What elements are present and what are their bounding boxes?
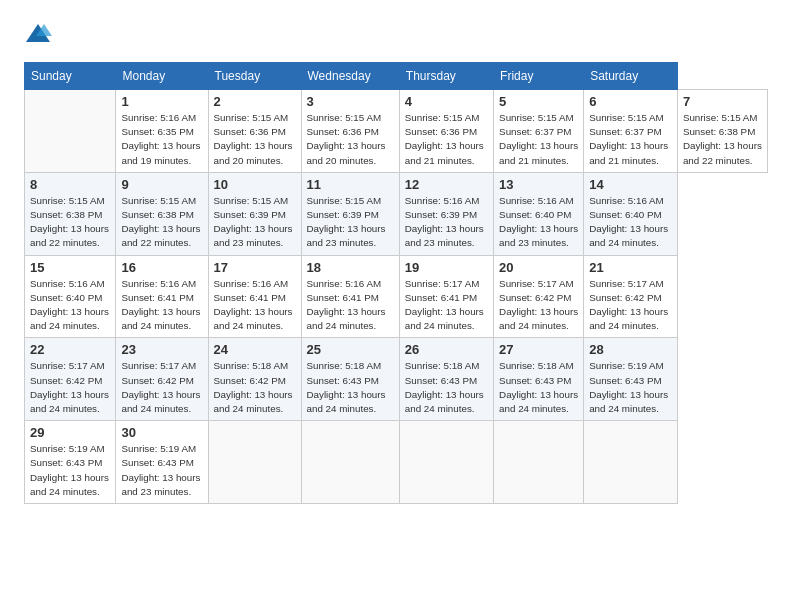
day-number: 17 [214,260,296,275]
day-info: Sunrise: 5:16 AMSunset: 6:41 PMDaylight:… [307,277,394,334]
day-number: 20 [499,260,578,275]
day-number: 28 [589,342,672,357]
day-number: 5 [499,94,578,109]
day-number: 24 [214,342,296,357]
day-info: Sunrise: 5:15 AMSunset: 6:39 PMDaylight:… [214,194,296,251]
day-cell: 16Sunrise: 5:16 AMSunset: 6:41 PMDayligh… [116,255,208,338]
day-cell: 20Sunrise: 5:17 AMSunset: 6:42 PMDayligh… [494,255,584,338]
day-cell [301,421,399,504]
weekday-monday: Monday [116,63,208,90]
day-number: 1 [121,94,202,109]
day-number: 29 [30,425,110,440]
day-info: Sunrise: 5:19 AMSunset: 6:43 PMDaylight:… [121,442,202,499]
day-number: 4 [405,94,488,109]
day-cell: 25Sunrise: 5:18 AMSunset: 6:43 PMDayligh… [301,338,399,421]
day-info: Sunrise: 5:16 AMSunset: 6:41 PMDaylight:… [214,277,296,334]
day-info: Sunrise: 5:17 AMSunset: 6:42 PMDaylight:… [121,359,202,416]
weekday-friday: Friday [494,63,584,90]
day-cell: 14Sunrise: 5:16 AMSunset: 6:40 PMDayligh… [584,172,678,255]
day-number: 26 [405,342,488,357]
day-info: Sunrise: 5:19 AMSunset: 6:43 PMDaylight:… [30,442,110,499]
day-cell: 13Sunrise: 5:16 AMSunset: 6:40 PMDayligh… [494,172,584,255]
day-info: Sunrise: 5:16 AMSunset: 6:35 PMDaylight:… [121,111,202,168]
day-info: Sunrise: 5:19 AMSunset: 6:43 PMDaylight:… [589,359,672,416]
day-cell: 9Sunrise: 5:15 AMSunset: 6:38 PMDaylight… [116,172,208,255]
day-cell: 1Sunrise: 5:16 AMSunset: 6:35 PMDaylight… [116,90,208,173]
day-cell: 2Sunrise: 5:15 AMSunset: 6:36 PMDaylight… [208,90,301,173]
day-cell [208,421,301,504]
day-cell [399,421,493,504]
day-cell: 7Sunrise: 5:15 AMSunset: 6:38 PMDaylight… [677,90,767,173]
weekday-header: SundayMondayTuesdayWednesdayThursdayFrid… [25,63,768,90]
day-info: Sunrise: 5:16 AMSunset: 6:41 PMDaylight:… [121,277,202,334]
day-number: 15 [30,260,110,275]
day-info: Sunrise: 5:16 AMSunset: 6:40 PMDaylight:… [30,277,110,334]
day-cell: 11Sunrise: 5:15 AMSunset: 6:39 PMDayligh… [301,172,399,255]
day-info: Sunrise: 5:15 AMSunset: 6:38 PMDaylight:… [121,194,202,251]
day-cell: 10Sunrise: 5:15 AMSunset: 6:39 PMDayligh… [208,172,301,255]
day-cell: 30Sunrise: 5:19 AMSunset: 6:43 PMDayligh… [116,421,208,504]
day-info: Sunrise: 5:17 AMSunset: 6:42 PMDaylight:… [589,277,672,334]
day-cell: 24Sunrise: 5:18 AMSunset: 6:42 PMDayligh… [208,338,301,421]
day-cell: 6Sunrise: 5:15 AMSunset: 6:37 PMDaylight… [584,90,678,173]
day-number: 6 [589,94,672,109]
week-row-1: 1Sunrise: 5:16 AMSunset: 6:35 PMDaylight… [25,90,768,173]
week-row-4: 22Sunrise: 5:17 AMSunset: 6:42 PMDayligh… [25,338,768,421]
day-info: Sunrise: 5:16 AMSunset: 6:40 PMDaylight:… [589,194,672,251]
day-number: 23 [121,342,202,357]
weekday-wednesday: Wednesday [301,63,399,90]
day-info: Sunrise: 5:18 AMSunset: 6:43 PMDaylight:… [307,359,394,416]
day-info: Sunrise: 5:17 AMSunset: 6:42 PMDaylight:… [30,359,110,416]
day-cell: 23Sunrise: 5:17 AMSunset: 6:42 PMDayligh… [116,338,208,421]
logo-icon [24,20,52,48]
day-number: 11 [307,177,394,192]
day-cell: 19Sunrise: 5:17 AMSunset: 6:41 PMDayligh… [399,255,493,338]
day-info: Sunrise: 5:15 AMSunset: 6:36 PMDaylight:… [405,111,488,168]
day-number: 13 [499,177,578,192]
day-info: Sunrise: 5:15 AMSunset: 6:39 PMDaylight:… [307,194,394,251]
weekday-saturday: Saturday [584,63,678,90]
day-cell: 4Sunrise: 5:15 AMSunset: 6:36 PMDaylight… [399,90,493,173]
day-info: Sunrise: 5:18 AMSunset: 6:43 PMDaylight:… [499,359,578,416]
header-area [24,20,768,48]
logo [24,20,56,48]
week-row-2: 8Sunrise: 5:15 AMSunset: 6:38 PMDaylight… [25,172,768,255]
day-cell: 21Sunrise: 5:17 AMSunset: 6:42 PMDayligh… [584,255,678,338]
day-number: 19 [405,260,488,275]
weekday-thursday: Thursday [399,63,493,90]
day-cell: 18Sunrise: 5:16 AMSunset: 6:41 PMDayligh… [301,255,399,338]
day-cell: 3Sunrise: 5:15 AMSunset: 6:36 PMDaylight… [301,90,399,173]
day-number: 12 [405,177,488,192]
week-row-3: 15Sunrise: 5:16 AMSunset: 6:40 PMDayligh… [25,255,768,338]
day-info: Sunrise: 5:16 AMSunset: 6:40 PMDaylight:… [499,194,578,251]
day-cell [494,421,584,504]
day-info: Sunrise: 5:15 AMSunset: 6:36 PMDaylight:… [214,111,296,168]
day-number: 14 [589,177,672,192]
day-info: Sunrise: 5:16 AMSunset: 6:39 PMDaylight:… [405,194,488,251]
day-info: Sunrise: 5:18 AMSunset: 6:42 PMDaylight:… [214,359,296,416]
day-info: Sunrise: 5:15 AMSunset: 6:36 PMDaylight:… [307,111,394,168]
day-cell [25,90,116,173]
week-row-5: 29Sunrise: 5:19 AMSunset: 6:43 PMDayligh… [25,421,768,504]
day-number: 3 [307,94,394,109]
day-cell: 12Sunrise: 5:16 AMSunset: 6:39 PMDayligh… [399,172,493,255]
day-info: Sunrise: 5:17 AMSunset: 6:41 PMDaylight:… [405,277,488,334]
day-cell: 17Sunrise: 5:16 AMSunset: 6:41 PMDayligh… [208,255,301,338]
day-cell [584,421,678,504]
day-number: 16 [121,260,202,275]
weekday-tuesday: Tuesday [208,63,301,90]
day-number: 30 [121,425,202,440]
day-number: 9 [121,177,202,192]
day-info: Sunrise: 5:15 AMSunset: 6:38 PMDaylight:… [30,194,110,251]
day-number: 22 [30,342,110,357]
day-info: Sunrise: 5:18 AMSunset: 6:43 PMDaylight:… [405,359,488,416]
day-info: Sunrise: 5:17 AMSunset: 6:42 PMDaylight:… [499,277,578,334]
day-cell: 27Sunrise: 5:18 AMSunset: 6:43 PMDayligh… [494,338,584,421]
day-info: Sunrise: 5:15 AMSunset: 6:37 PMDaylight:… [499,111,578,168]
day-number: 2 [214,94,296,109]
day-number: 8 [30,177,110,192]
day-cell: 28Sunrise: 5:19 AMSunset: 6:43 PMDayligh… [584,338,678,421]
day-number: 21 [589,260,672,275]
day-cell: 29Sunrise: 5:19 AMSunset: 6:43 PMDayligh… [25,421,116,504]
weekday-sunday: Sunday [25,63,116,90]
